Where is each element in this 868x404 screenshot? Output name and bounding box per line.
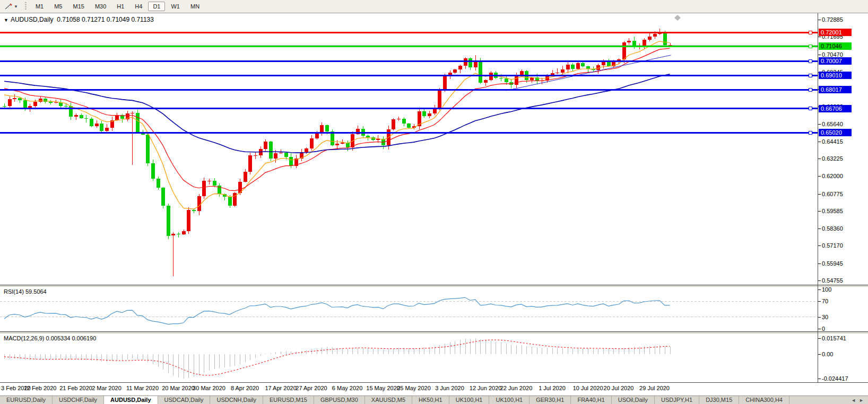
- main-chart-canvas[interactable]: [0, 13, 818, 285]
- pencil-line-icon: [4, 3, 13, 10]
- chart-tab[interactable]: USDCNH,Daily: [210, 396, 263, 404]
- rsi-tick-mark: [818, 301, 821, 302]
- timeframe-button-M5[interactable]: M5: [49, 2, 67, 11]
- price-tick-label: 0.65640: [822, 121, 843, 127]
- rsi-axis-label: 70: [822, 298, 828, 304]
- chart-tab-bar: EURUSD,DailyUSDCHF,DailyAUDUSD,DailyUSDC…: [0, 396, 868, 404]
- date-label: 21 Feb 2020: [59, 385, 92, 391]
- date-label: 10 Jul 2020: [573, 385, 603, 391]
- chart-tab[interactable]: GBPUSD,M30: [314, 396, 365, 404]
- price-tick-label: 0.72885: [822, 16, 843, 23]
- chart-ohlc: 0.71058 0.71271 0.71049 0.71133: [57, 16, 154, 23]
- date-label: 29 Jul 2020: [639, 385, 670, 391]
- panel-separator[interactable]: [0, 285, 868, 287]
- rsi-tick-mark: [818, 289, 821, 290]
- price-tick-label: 0.70470: [822, 51, 843, 58]
- date-label: 25 May 2020: [397, 385, 431, 391]
- price-tick-mark: [818, 37, 821, 37]
- toolbar: ▼ M1M5M15M30H1H4D1W1MN: [0, 0, 868, 13]
- date-label: 12 Jun 2020: [470, 385, 502, 391]
- price-tick-label: 0.64415: [822, 138, 843, 145]
- chart-tab[interactable]: XAUUSD,M5: [365, 396, 412, 404]
- timeframe-button-H4[interactable]: H4: [130, 2, 147, 11]
- price-badge: 0.68017: [819, 86, 852, 93]
- rsi-axis-label: 0: [822, 326, 825, 332]
- chart-tab[interactable]: UK100,H1: [449, 396, 490, 404]
- chart-tab[interactable]: USDCAD,Daily: [158, 396, 211, 404]
- price-badge: 0.65020: [819, 129, 852, 136]
- date-label: 2 Mar 2020: [92, 385, 121, 391]
- dropdown-arrow-icon: ▼: [14, 4, 18, 9]
- rsi-tick-mark: [818, 317, 821, 318]
- timeframe-button-D1[interactable]: D1: [148, 2, 165, 11]
- chart-tab[interactable]: GER30,H1: [530, 396, 571, 404]
- price-tick-mark: [818, 194, 821, 195]
- price-badge: 0.69010: [819, 72, 852, 79]
- price-tick-mark: [818, 55, 821, 55]
- macd-axis-max: 0.015741: [822, 335, 846, 341]
- price-tick-mark: [818, 20, 821, 20]
- price-badge: 0.72001: [819, 29, 852, 36]
- panel-separator[interactable]: [0, 332, 868, 333]
- price-tick-label: 0.54755: [822, 277, 843, 284]
- price-tick-mark: [818, 176, 821, 177]
- chart-tab[interactable]: DJ30,M15: [699, 396, 739, 404]
- chart-tab[interactable]: EURUSD,Daily: [0, 396, 53, 404]
- price-tick-label: 0.62000: [822, 173, 843, 179]
- timeframe-button-H1[interactable]: H1: [112, 2, 129, 11]
- price-tick-mark: [818, 124, 821, 125]
- price-tick-label: 0.57170: [822, 242, 843, 249]
- tab-scroll-left-icon[interactable]: ◄: [851, 398, 856, 403]
- chart-cursor-tool-icon[interactable]: ▼: [3, 2, 20, 11]
- macd-canvas[interactable]: [0, 333, 818, 382]
- chart-tab[interactable]: HK50,H1: [412, 396, 449, 404]
- price-tick-mark: [818, 211, 821, 212]
- rsi-label: RSI(14) 59.5064: [4, 288, 47, 295]
- chart-symbol: AUDUSD,Daily: [11, 16, 54, 23]
- tab-scroll-right-icon[interactable]: ►: [859, 398, 864, 403]
- price-tick-mark: [818, 142, 821, 142]
- mt4-window: ▼ M1M5M15M30H1H4D1W1MN ▼AUDUSD,Daily 0.7…: [0, 0, 868, 404]
- date-label: 3 Jun 2020: [435, 385, 464, 391]
- timeframe-button-M30[interactable]: M30: [90, 2, 111, 11]
- chart-tab[interactable]: AUDUSD,Daily: [104, 396, 158, 404]
- timeframe-button-W1[interactable]: W1: [166, 2, 185, 11]
- date-label: 6 May 2020: [332, 385, 362, 391]
- date-label: 27 Apr 2020: [296, 385, 327, 391]
- price-tick-mark: [818, 159, 821, 159]
- chart-tab[interactable]: CHINA300,H4: [739, 396, 789, 404]
- timeframe-button-MN[interactable]: MN: [186, 2, 204, 11]
- rsi-tick-mark: [818, 329, 821, 329]
- date-label: 17 Apr 2020: [265, 385, 296, 391]
- date-label: 20 Jul 2020: [604, 385, 634, 391]
- price-tick-label: 0.55945: [822, 260, 843, 267]
- date-label: 11 Mar 2020: [126, 385, 159, 391]
- symbol-dropdown-icon[interactable]: ▼: [4, 17, 8, 23]
- chart-tabs: EURUSD,DailyUSDCHF,DailyAUDUSD,DailyUSDC…: [0, 396, 789, 404]
- chart-tab[interactable]: EURUSD,M15: [263, 396, 314, 404]
- price-tick-mark: [818, 229, 821, 229]
- date-label: 22 Jun 2020: [500, 385, 533, 391]
- rsi-canvas[interactable]: [0, 287, 818, 331]
- chart-tab[interactable]: FRA40,H1: [571, 396, 611, 404]
- chart-tab[interactable]: USOil,Daily: [612, 396, 655, 404]
- price-tick-mark: [818, 280, 821, 281]
- chart-tab[interactable]: USDJPY,H1: [655, 396, 699, 404]
- timeframe-toolbar: M1M5M15M30H1H4D1W1MN: [31, 2, 204, 11]
- macd-label: MACD(12,26,9) 0.005334 0.006190: [4, 335, 96, 341]
- chart-title: ▼AUDUSD,Daily 0.71058 0.71271 0.71049 0.…: [4, 16, 154, 23]
- macd-axis-min: -0.024417: [822, 375, 848, 382]
- date-label: 12 Feb 2020: [24, 385, 57, 391]
- rsi-axis-label: 30: [822, 314, 828, 320]
- chart-tab[interactable]: UK100,H1: [489, 396, 530, 404]
- chart-tab[interactable]: USDCHF,Daily: [53, 396, 104, 404]
- price-tick-label: 0.63225: [822, 155, 843, 162]
- toolbar-grip[interactable]: [24, 2, 28, 11]
- tab-scroll-arrows: ◄ ►: [847, 396, 868, 404]
- date-axis: 3 Feb 202012 Feb 202021 Feb 20202 Mar 20…: [0, 383, 868, 396]
- timeframe-button-M15[interactable]: M15: [68, 2, 89, 11]
- price-tick-mark: [818, 245, 821, 246]
- price-badge: 0.71046: [819, 42, 852, 50]
- timeframe-button-M1[interactable]: M1: [31, 2, 48, 11]
- date-label: 1 Jul 2020: [539, 385, 566, 391]
